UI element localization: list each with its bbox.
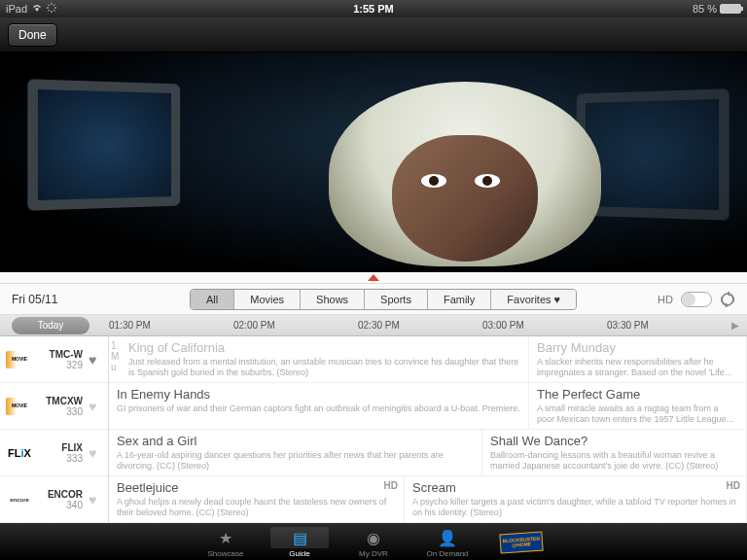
segment-movies[interactable]: Movies (234, 290, 301, 309)
favorite-heart-icon[interactable]: ♥ (89, 445, 102, 461)
favorite-heart-icon[interactable]: ♥ (89, 352, 102, 368)
channel-name: FLIX (39, 442, 83, 453)
loading-spinner-icon (47, 3, 56, 15)
segment-all[interactable]: All (191, 290, 234, 309)
tab-label: My DVR (359, 549, 388, 558)
channels-column: MOVIE TMC-W329 ♥ MOVIE TMCXW330 ♥ FLiX F… (0, 336, 109, 523)
refresh-icon[interactable] (720, 292, 735, 307)
channel-name: TMCXW (39, 396, 83, 406)
segment-family[interactable]: Family (428, 290, 491, 309)
program-row: In Enemy Hands GI prisoners of war and t… (109, 383, 747, 430)
channel-cell[interactable]: MOVIE TMCXW330 ♥ (0, 383, 108, 430)
channel-logo-tmc: MOVIE (6, 398, 33, 415)
time-slot: 02:30 PM (358, 320, 482, 331)
tab-bar: ★ Showcase ▤ Guide ◉ My DVR 👤 On Demand … (0, 523, 747, 560)
wifi-icon (31, 3, 43, 15)
clock: 1:55 PM (251, 3, 496, 15)
channel-cell[interactable]: MOVIE TMC-W329 ♥ (0, 336, 108, 383)
hd-label: HD (658, 294, 673, 305)
program-title: King of California (128, 340, 520, 355)
time-slot: 03:00 PM (482, 320, 607, 331)
device-label: iPad (6, 3, 27, 15)
svg-line-6 (49, 10, 51, 12)
guide-icon: ▤ (293, 529, 307, 547)
category-segmented-control: All Movies Shows Sports Family Favorites… (190, 289, 577, 310)
program-desc: Ballroom-dancing lessons with a beautifu… (490, 450, 738, 472)
program-row: HD Beetlejuice A ghoul helps a newly dea… (109, 476, 747, 523)
program-title: Sex and a Girl (117, 434, 474, 448)
program-cell[interactable]: Shall We Dance? Ballroom-dancing lessons… (482, 430, 747, 475)
program-cell[interactable]: The Perfect Game A small miracle awaits … (529, 383, 747, 429)
partial-column: 1.M u (109, 336, 121, 382)
chevron-up-icon (368, 274, 379, 281)
program-cell[interactable]: Sex and a Girl A 16-year-old aspiring da… (109, 430, 482, 475)
star-icon: ★ (219, 529, 232, 547)
person-icon: 👤 (438, 529, 457, 547)
date-label: Fri 05/11 (12, 293, 109, 306)
channel-number: 333 (39, 453, 83, 464)
today-button[interactable]: Today (12, 317, 89, 334)
channel-cell[interactable]: encore ENCOR340 ♥ (0, 476, 108, 523)
channel-number: 340 (39, 500, 83, 510)
program-desc: A ghoul helps a newly dead couple haunt … (117, 497, 396, 518)
status-bar: iPad 1:55 PM 85 % (0, 0, 747, 18)
video-preview[interactable] (0, 52, 747, 272)
time-slot: 01:30 PM (109, 320, 233, 331)
time-slot: 03:30 PM (607, 320, 731, 331)
svg-line-5 (53, 10, 55, 12)
programs-column[interactable]: 1.M u King of California Just released f… (109, 336, 747, 523)
hd-badge: HD (727, 480, 740, 491)
channel-logo-tmc: MOVIE (6, 351, 33, 368)
program-row: 1.M u King of California Just released f… (109, 336, 747, 383)
blockbuster-icon: BLOCKBUSTER@HOME (499, 531, 543, 553)
program-title: Scream (412, 480, 738, 495)
time-header: Today 01:30 PM 02:00 PM 02:30 PM 03:00 P… (0, 315, 747, 336)
battery-percent: 85 % (693, 3, 717, 15)
program-title: Shall We Dance? (490, 434, 738, 448)
favorite-heart-icon[interactable]: ♥ (89, 492, 102, 508)
program-title: The Perfect Game (537, 387, 738, 402)
time-slot: 02:00 PM (233, 320, 358, 331)
program-desc: Just released from a mental institution,… (128, 357, 520, 378)
channel-name: TMC-W (39, 349, 83, 360)
done-button[interactable]: Done (8, 23, 57, 47)
tab-blockbuster[interactable]: BLOCKBUSTER@HOME (484, 530, 558, 554)
hd-toggle[interactable] (681, 292, 712, 307)
tab-label: Showcase (208, 549, 244, 558)
program-cell[interactable]: Barry Munday A slacker inherits new resp… (529, 336, 747, 382)
program-title: In Enemy Hands (117, 387, 520, 402)
tab-label: On Demand (426, 549, 468, 558)
program-desc: A small miracle awaits as a ragtag team … (537, 403, 738, 425)
program-desc: A slacker inherits new responsibilities … (537, 357, 738, 378)
segment-shows[interactable]: Shows (301, 290, 365, 309)
svg-line-7 (53, 5, 55, 7)
program-row: Sex and a Girl A 16-year-old aspiring da… (109, 430, 747, 476)
program-desc: GI prisoners of war and their German cap… (117, 403, 520, 414)
program-desc: A 16-year-old aspiring dancer questions … (117, 450, 474, 472)
program-title: Beetlejuice (117, 480, 396, 495)
program-cell[interactable]: King of California Just released from a … (121, 336, 529, 382)
channel-number: 329 (39, 360, 83, 370)
segment-favorites[interactable]: Favorites ♥ (491, 290, 576, 309)
tab-showcase[interactable]: ★ Showcase (189, 525, 263, 558)
program-cell[interactable]: HD Scream A psycho killer targets a past… (405, 476, 747, 522)
dvr-icon: ◉ (367, 529, 380, 547)
segment-sports[interactable]: Sports (365, 290, 428, 309)
battery-icon (720, 4, 741, 14)
scroll-right-button[interactable]: ▶ (731, 320, 747, 331)
tab-label: Guide (289, 549, 309, 558)
hd-badge: HD (384, 480, 398, 491)
channel-number: 330 (39, 406, 83, 417)
channel-cell[interactable]: FLiX FLIX333 ♥ (0, 430, 108, 476)
tab-ondemand[interactable]: 👤 On Demand (410, 525, 484, 558)
channel-name: ENCOR (39, 489, 83, 500)
nav-bar: Done (0, 18, 747, 52)
tab-mydvr[interactable]: ◉ My DVR (337, 525, 410, 558)
guide-grid: MOVIE TMC-W329 ♥ MOVIE TMCXW330 ♥ FLiX F… (0, 336, 747, 523)
favorite-heart-icon[interactable]: ♥ (89, 399, 102, 414)
program-cell[interactable]: HD Beetlejuice A ghoul helps a newly dea… (109, 476, 405, 522)
collapse-handle[interactable] (0, 272, 747, 284)
svg-line-4 (49, 5, 51, 7)
program-cell[interactable]: In Enemy Hands GI prisoners of war and t… (109, 383, 529, 429)
tab-guide[interactable]: ▤ Guide (263, 525, 337, 558)
